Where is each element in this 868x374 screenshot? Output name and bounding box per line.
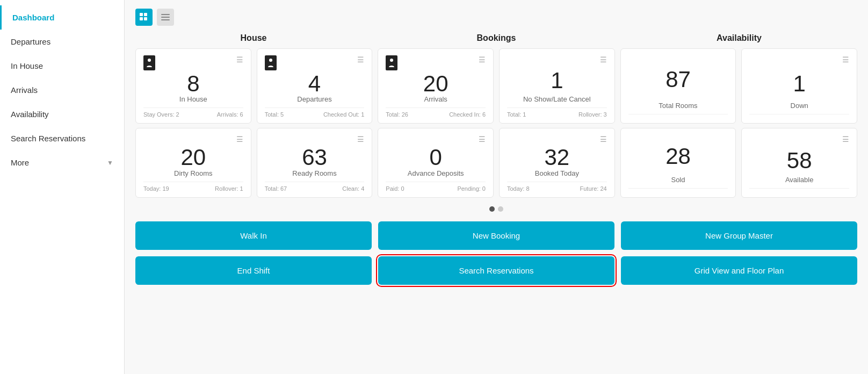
dirty-rooms-footer: Today: 19 Rollover: 1 xyxy=(143,182,243,192)
svg-rect-4 xyxy=(161,14,170,15)
ready-rooms-label: Ready Rooms xyxy=(265,169,365,177)
ready-rooms-footer: Total: 67 Clean: 4 xyxy=(265,182,365,192)
card-down[interactable]: ☰ 1 Down xyxy=(741,48,857,124)
card-available[interactable]: ☰ 58 Available xyxy=(741,128,857,198)
filter-icon-departures[interactable]: ☰ xyxy=(357,55,364,64)
in-house-footer-left: Stay Overs: 2 xyxy=(143,111,179,118)
card-no-show[interactable]: ☰ 1 No Show/Late Cancel Total: 1 Rollove… xyxy=(499,48,615,124)
arrivals-footer-right: Checked In: 6 xyxy=(449,111,486,118)
filter-icon-no-show[interactable]: ☰ xyxy=(600,55,607,64)
booked-today-footer-left: Today: 8 xyxy=(507,185,530,192)
sidebar-item-arrivals[interactable]: Arrivals xyxy=(0,78,124,102)
no-show-number: 1 xyxy=(507,66,607,95)
sidebar-label-dashboard: Dashboard xyxy=(12,13,54,22)
list-view-button[interactable] xyxy=(157,9,174,26)
svg-rect-2 xyxy=(140,17,143,20)
departures-label: Departures xyxy=(265,95,365,103)
card-departures[interactable]: ☰ 4 Departures Total: 5 Checked Out: 1 xyxy=(257,48,373,124)
sidebar-label-search-reservations: Search Reservations xyxy=(11,134,85,143)
advance-deposits-footer-left: Paid: 0 xyxy=(386,185,404,192)
available-footer xyxy=(749,188,849,192)
svg-rect-5 xyxy=(161,17,170,18)
total-rooms-label: Total Rooms xyxy=(628,102,728,110)
departures-footer-left: Total: 5 xyxy=(265,111,284,118)
sidebar-label-inhouse: In House xyxy=(11,61,43,70)
sidebar-item-departures[interactable]: Departures xyxy=(0,30,124,54)
total-rooms-footer xyxy=(628,114,728,118)
bookings-section-header: Bookings xyxy=(378,33,614,45)
new-booking-button[interactable]: New Booking xyxy=(378,221,614,250)
filter-icon-arrivals[interactable]: ☰ xyxy=(479,55,486,64)
departures-number: 4 xyxy=(265,73,365,95)
filter-icon-ready-rooms[interactable]: ☰ xyxy=(357,135,364,143)
card-total-rooms[interactable]: 87 Total Rooms xyxy=(620,48,736,124)
card-advance-deposits[interactable]: ☰ 0 Advance Deposits Paid: 0 Pending: 0 xyxy=(378,128,494,198)
dot-1[interactable] xyxy=(489,206,495,212)
booked-today-footer-right: Future: 24 xyxy=(580,185,607,192)
down-label: Down xyxy=(749,102,849,110)
filter-icon-dirty-rooms[interactable]: ☰ xyxy=(236,135,243,143)
available-number: 58 xyxy=(749,146,849,176)
sidebar-label-more: More xyxy=(11,158,29,167)
availability-section-header: Availability xyxy=(621,33,857,45)
sidebar-item-more[interactable]: More ▼ xyxy=(0,150,124,175)
grid-view-floor-plan-button[interactable]: Grid View and Floor Plan xyxy=(621,256,857,285)
total-rooms-number: 87 xyxy=(628,57,728,102)
dot-2[interactable] xyxy=(498,206,503,212)
dirty-rooms-footer-left: Today: 19 xyxy=(143,185,169,192)
card-header-down: ☰ xyxy=(749,55,849,64)
advance-deposits-footer-right: Pending: 0 xyxy=(457,185,486,192)
card-arrivals[interactable]: ☰ 20 Arrivals Total: 26 Checked In: 6 xyxy=(378,48,494,124)
svg-rect-1 xyxy=(144,13,147,16)
view-toolbar xyxy=(135,9,857,26)
advance-deposits-label: Advance Deposits xyxy=(386,169,486,177)
dirty-rooms-footer-right: Rollover: 1 xyxy=(215,185,243,192)
svg-point-9 xyxy=(390,59,393,62)
filter-icon-down[interactable]: ☰ xyxy=(842,55,849,64)
search-reservations-button[interactable]: Search Reservations xyxy=(378,256,614,285)
section-headers: House Bookings Availability xyxy=(135,33,857,45)
sidebar-item-availability[interactable]: Availability xyxy=(0,102,124,126)
card-booked-today[interactable]: ☰ 32 Booked Today Today: 8 Future: 24 xyxy=(499,128,615,198)
svg-rect-0 xyxy=(140,13,143,16)
grid-view-button[interactable] xyxy=(135,9,153,26)
sidebar-item-inhouse[interactable]: In House xyxy=(0,54,124,78)
svg-rect-6 xyxy=(161,19,170,20)
in-house-number: 8 xyxy=(143,73,243,95)
filter-icon-in-house[interactable]: ☰ xyxy=(236,55,243,64)
sidebar-item-dashboard[interactable]: Dashboard xyxy=(0,5,124,30)
walk-in-button[interactable]: Walk In xyxy=(135,221,372,250)
departures-footer-right: Checked Out: 1 xyxy=(323,111,364,118)
card-dirty-rooms[interactable]: ☰ 20 Dirty Rooms Today: 19 Rollover: 1 xyxy=(135,128,251,198)
down-footer xyxy=(749,114,849,118)
main-content: House Bookings Availability ☰ 8 In House… xyxy=(125,0,868,374)
arrivals-person-icon xyxy=(386,55,397,70)
no-show-label: No Show/Late Cancel xyxy=(507,95,607,103)
booked-today-number: 32 xyxy=(507,146,607,169)
card-header-available: ☰ xyxy=(749,135,849,143)
sidebar-item-search-reservations[interactable]: Search Reservations xyxy=(0,126,124,150)
sidebar-label-availability: Availability xyxy=(11,110,49,119)
new-group-master-button[interactable]: New Group Master xyxy=(621,221,857,250)
svg-point-7 xyxy=(148,59,151,62)
arrivals-footer-left: Total: 26 xyxy=(386,111,408,118)
action-buttons: Walk In New Booking New Group Master End… xyxy=(135,221,857,285)
house-section-header: House xyxy=(135,33,372,45)
card-in-house[interactable]: ☰ 8 In House Stay Overs: 2 Arrivals: 6 xyxy=(135,48,251,124)
ready-rooms-footer-right: Clean: 4 xyxy=(342,185,364,192)
sidebar-label-departures: Departures xyxy=(11,37,50,46)
advance-deposits-number: 0 xyxy=(386,146,486,169)
card-ready-rooms[interactable]: ☰ 63 Ready Rooms Total: 67 Clean: 4 xyxy=(257,128,373,198)
sidebar-label-arrivals: Arrivals xyxy=(11,85,38,95)
departures-footer: Total: 5 Checked Out: 1 xyxy=(265,107,365,118)
svg-point-8 xyxy=(269,59,272,62)
card-sold[interactable]: 28 Sold xyxy=(620,128,736,198)
card-header-advance-deposits: ☰ xyxy=(386,135,486,143)
end-shift-button[interactable]: End Shift xyxy=(135,256,372,285)
filter-icon-available[interactable]: ☰ xyxy=(842,135,849,143)
dirty-rooms-label: Dirty Rooms xyxy=(143,169,243,177)
filter-icon-booked-today[interactable]: ☰ xyxy=(600,135,607,143)
sold-label: Sold xyxy=(628,176,728,184)
filter-icon-advance-deposits[interactable]: ☰ xyxy=(479,135,486,143)
card-header-departures: ☰ xyxy=(265,55,365,70)
